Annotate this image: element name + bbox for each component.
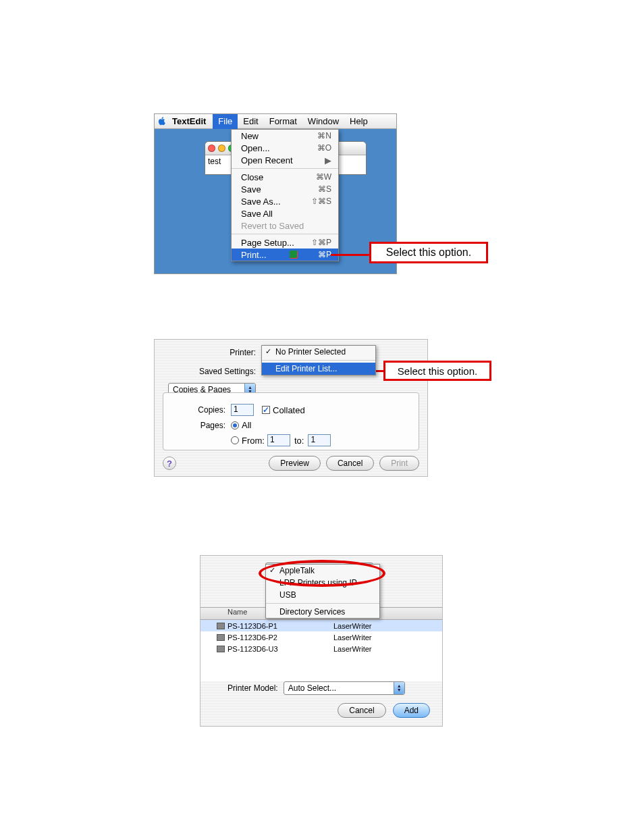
- file-menu-item[interactable]: Open Recent▶: [232, 154, 338, 166]
- file-menu-item[interactable]: Print...⌘P: [232, 249, 338, 261]
- cancel-button[interactable]: Cancel: [326, 456, 374, 471]
- copies-pages-group: Copies: 1 Collated Pages: All From: 1 to…: [163, 392, 419, 450]
- pages-to-input[interactable]: 1: [308, 434, 331, 446]
- saved-settings-label: Saved Settings:: [155, 367, 256, 376]
- print-button[interactable]: Print: [379, 456, 419, 471]
- collated-label: Collated: [273, 405, 305, 415]
- file-menu-item[interactable]: Close⌘W: [232, 171, 338, 183]
- file-menu-item[interactable]: Open...⌘O: [232, 142, 338, 154]
- printer-icon: [217, 623, 225, 629]
- menu-file[interactable]: File: [213, 114, 238, 129]
- table-row[interactable]: PS-1123D6-P1LaserWriter: [200, 620, 442, 631]
- screenshot-print-dialog: Printer: Saved Settings: ✓No Printer Sel…: [154, 339, 428, 477]
- apple-menu-icon[interactable]: [157, 116, 168, 127]
- pages-all-label: All: [242, 420, 251, 430]
- pages-from-input[interactable]: 1: [267, 434, 290, 446]
- collated-checkbox[interactable]: [262, 406, 270, 414]
- printer-label: Printer:: [155, 348, 256, 357]
- connection-dd-item[interactable]: LPR Printers using IP: [266, 577, 379, 589]
- printer-dropdown[interactable]: ✓No Printer SelectedEdit Printer List...: [261, 345, 376, 375]
- pages-from-label: From:: [242, 436, 265, 446]
- updown-arrows-icon: ▲▼: [394, 682, 404, 694]
- pages-from-radio[interactable]: [231, 436, 239, 444]
- file-menu-item[interactable]: Save⌘S: [232, 183, 338, 195]
- menu-window[interactable]: Window: [302, 114, 344, 129]
- callout-select-edit-list: Select this option.: [383, 361, 491, 381]
- menu-help[interactable]: Help: [344, 114, 373, 129]
- file-menu-item[interactable]: New⌘N: [232, 130, 338, 142]
- screenshot-printer-list: AppleTalk ▲▼ ✓AppleTalkLPR Printers usin…: [200, 555, 443, 727]
- minimize-icon[interactable]: [218, 145, 225, 152]
- file-menu-dropdown: New⌘NOpen...⌘OOpen Recent▶Close⌘WSave⌘SS…: [231, 129, 339, 261]
- app-name[interactable]: TextEdit: [172, 116, 206, 126]
- table-row[interactable]: PS-1123D6-U3LaserWriter: [200, 643, 442, 654]
- printer-dd-item[interactable]: Edit Printer List...: [262, 363, 375, 375]
- pages-label: Pages:: [170, 421, 231, 430]
- printer-model-popup[interactable]: Auto Select... ▲▼: [284, 681, 405, 695]
- callout-select-print: Select this option.: [369, 242, 488, 263]
- close-icon[interactable]: [208, 145, 215, 152]
- printer-icon: [290, 251, 298, 259]
- dialog-button-row: ? Preview Cancel Print: [163, 456, 419, 471]
- cancel-button[interactable]: Cancel: [338, 703, 385, 718]
- pages-all-radio[interactable]: [231, 421, 239, 429]
- connection-dropdown[interactable]: ✓AppleTalkLPR Printers using IPUSBDirect…: [265, 564, 380, 619]
- file-menu-item[interactable]: Page Setup...⇧⌘P: [232, 236, 338, 249]
- file-menu-item: Revert to Saved: [232, 219, 338, 232]
- copies-label: Copies:: [170, 405, 231, 415]
- printer-icon: [217, 634, 225, 641]
- preview-button[interactable]: Preview: [269, 456, 321, 471]
- file-menu-item[interactable]: Save All: [232, 207, 338, 219]
- screenshot-file-menu: TextEdit File Edit Format Window Help Un…: [154, 113, 397, 274]
- menu-edit[interactable]: Edit: [238, 114, 263, 129]
- table-row[interactable]: PS-1123D6-P2LaserWriter: [200, 631, 442, 643]
- callout-line: [331, 254, 369, 256]
- pages-to-label: to:: [290, 436, 308, 446]
- printer-model-label: Printer Model:: [227, 683, 278, 693]
- printer-icon: [217, 646, 225, 652]
- printer-model-value: Auto Select...: [288, 683, 336, 693]
- add-button[interactable]: Add: [393, 703, 430, 718]
- file-menu-item[interactable]: Save As...⇧⌘S: [232, 195, 338, 207]
- connection-dd-item[interactable]: USB: [266, 589, 379, 601]
- menu-bar: TextEdit File Edit Format Window Help: [155, 114, 396, 129]
- printer-dd-item[interactable]: ✓No Printer Selected: [262, 346, 375, 358]
- copies-input[interactable]: 1: [231, 404, 254, 416]
- help-button[interactable]: ?: [163, 457, 176, 470]
- connection-dd-item[interactable]: ✓AppleTalk: [266, 565, 379, 577]
- connection-dd-item[interactable]: Directory Services: [266, 606, 379, 618]
- menu-format[interactable]: Format: [264, 114, 302, 129]
